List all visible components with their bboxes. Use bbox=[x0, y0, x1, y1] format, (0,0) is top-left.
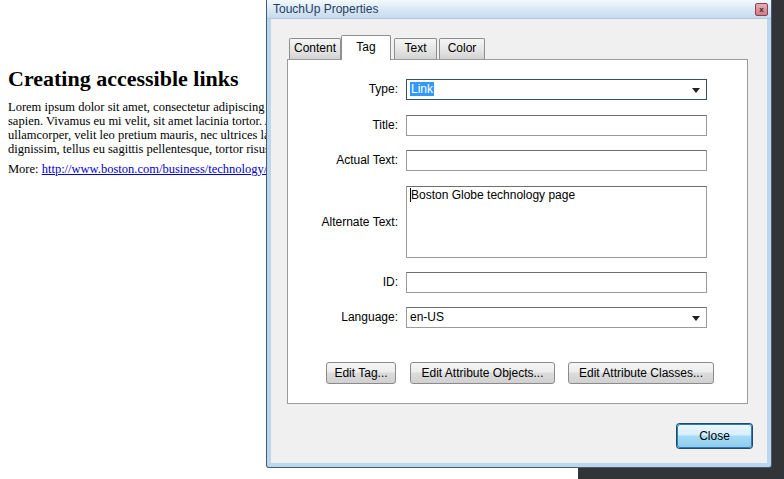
actual-text-label: Actual Text: bbox=[278, 150, 398, 171]
document-visible-area: Creating accessible links Lorem ipsum do… bbox=[0, 0, 266, 479]
actual-text-input[interactable] bbox=[406, 150, 707, 171]
body-line: dignissim, tellus eu sagittis pellentesq… bbox=[8, 142, 266, 156]
dialog-title: TouchUp Properties bbox=[267, 2, 378, 16]
alternate-text-value: Boston Globe technology page bbox=[410, 188, 575, 202]
touchup-properties-dialog: TouchUp Properties x Content Tag Text Co… bbox=[267, 0, 771, 467]
dialog-client-area: Content Tag Text Color Type: Link Title:… bbox=[271, 19, 767, 463]
document-more-line: More: http://www.boston.com/business/tec… bbox=[8, 162, 266, 177]
tab-text[interactable]: Text bbox=[394, 38, 437, 59]
dropdown-arrow-icon[interactable] bbox=[692, 88, 700, 93]
title-label: Title: bbox=[278, 115, 398, 136]
type-label: Type: bbox=[278, 79, 398, 100]
id-input[interactable] bbox=[406, 272, 707, 293]
id-label: ID: bbox=[278, 272, 398, 293]
close-icon[interactable]: x bbox=[755, 3, 768, 16]
language-label: Language: bbox=[278, 307, 398, 328]
document-hyperlink[interactable]: http://www.boston.com/business/technolog… bbox=[42, 162, 266, 176]
edit-attribute-objects-button[interactable]: Edit Attribute Objects... bbox=[410, 362, 555, 384]
alternate-text-input[interactable]: Boston Globe technology page bbox=[406, 186, 707, 258]
edit-attribute-classes-button[interactable]: Edit Attribute Classes... bbox=[568, 362, 714, 384]
close-button[interactable]: Close bbox=[677, 424, 752, 448]
language-combobox[interactable]: en-US bbox=[406, 307, 707, 328]
alternate-text-label: Alternate Text: bbox=[278, 186, 398, 258]
body-line: Lorem ipsum dolor sit amet, consectetur … bbox=[8, 100, 266, 114]
body-line: ullamcorper, velit leo pretium mauris, n… bbox=[8, 128, 266, 142]
dropdown-arrow-icon[interactable] bbox=[692, 316, 700, 321]
more-label: More: bbox=[8, 162, 39, 176]
tab-color[interactable]: Color bbox=[439, 38, 485, 59]
language-value: en-US bbox=[410, 310, 444, 324]
type-value: Link bbox=[410, 82, 434, 96]
document-body-text: Lorem ipsum dolor sit amet, consectetur … bbox=[8, 100, 266, 156]
tab-content[interactable]: Content bbox=[289, 38, 341, 59]
body-line: sapien. Vivamus eu mi velit, sit amet la… bbox=[8, 114, 266, 128]
document-heading: Creating accessible links bbox=[8, 66, 239, 92]
dialog-titlebar[interactable]: TouchUp Properties x bbox=[267, 0, 771, 19]
edit-tag-button[interactable]: Edit Tag... bbox=[326, 362, 396, 384]
title-input[interactable] bbox=[406, 115, 707, 136]
tab-tag[interactable]: Tag bbox=[341, 35, 391, 60]
type-combobox[interactable]: Link bbox=[406, 79, 707, 100]
